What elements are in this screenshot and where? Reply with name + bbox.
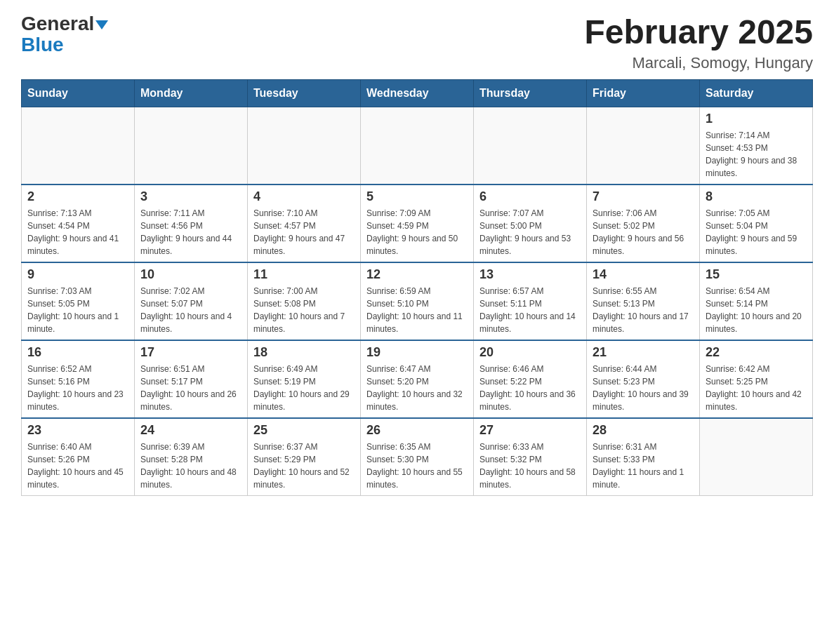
day-info: Sunrise: 6:59 AM Sunset: 5:10 PM Dayligh… bbox=[366, 285, 468, 335]
day-number: 9 bbox=[27, 267, 128, 282]
calendar-cell: 27Sunrise: 6:33 AM Sunset: 5:32 PM Dayli… bbox=[474, 418, 587, 496]
calendar-cell: 5Sunrise: 7:09 AM Sunset: 4:59 PM Daylig… bbox=[361, 185, 474, 262]
day-info: Sunrise: 6:46 AM Sunset: 5:22 PM Dayligh… bbox=[479, 363, 581, 413]
calendar-cell: 7Sunrise: 7:06 AM Sunset: 5:02 PM Daylig… bbox=[587, 185, 700, 262]
calendar-cell bbox=[248, 107, 361, 185]
day-number: 19 bbox=[366, 345, 468, 360]
calendar-cell bbox=[700, 418, 813, 496]
calendar-cell bbox=[474, 107, 587, 185]
weekday-header-saturday: Saturday bbox=[700, 79, 813, 107]
calendar-cell: 28Sunrise: 6:31 AM Sunset: 5:33 PM Dayli… bbox=[587, 418, 700, 496]
day-info: Sunrise: 7:13 AM Sunset: 4:54 PM Dayligh… bbox=[27, 207, 128, 257]
day-info: Sunrise: 7:09 AM Sunset: 4:59 PM Dayligh… bbox=[366, 207, 468, 257]
calendar-cell: 9Sunrise: 7:03 AM Sunset: 5:05 PM Daylig… bbox=[22, 262, 135, 340]
weekday-header-row: SundayMondayTuesdayWednesdayThursdayFrid… bbox=[22, 79, 813, 107]
day-number: 10 bbox=[140, 267, 241, 282]
calendar-cell: 21Sunrise: 6:44 AM Sunset: 5:23 PM Dayli… bbox=[587, 340, 700, 418]
week-row-5: 23Sunrise: 6:40 AM Sunset: 5:26 PM Dayli… bbox=[22, 418, 813, 496]
calendar-cell: 15Sunrise: 6:54 AM Sunset: 5:14 PM Dayli… bbox=[700, 262, 813, 340]
day-info: Sunrise: 6:42 AM Sunset: 5:25 PM Dayligh… bbox=[706, 363, 807, 413]
day-number: 2 bbox=[27, 189, 128, 204]
day-info: Sunrise: 6:39 AM Sunset: 5:28 PM Dayligh… bbox=[140, 441, 241, 491]
calendar-cell bbox=[22, 107, 135, 185]
day-number: 11 bbox=[253, 267, 355, 282]
day-info: Sunrise: 6:33 AM Sunset: 5:32 PM Dayligh… bbox=[479, 441, 581, 491]
calendar-cell bbox=[135, 107, 248, 185]
calendar-cell: 4Sunrise: 7:10 AM Sunset: 4:57 PM Daylig… bbox=[248, 185, 361, 262]
day-info: Sunrise: 7:06 AM Sunset: 5:02 PM Dayligh… bbox=[593, 207, 694, 257]
day-info: Sunrise: 6:44 AM Sunset: 5:23 PM Dayligh… bbox=[593, 363, 694, 413]
day-number: 20 bbox=[479, 345, 581, 360]
calendar-cell: 1Sunrise: 7:14 AM Sunset: 4:53 PM Daylig… bbox=[700, 107, 813, 185]
day-number: 7 bbox=[593, 189, 694, 204]
day-info: Sunrise: 7:11 AM Sunset: 4:56 PM Dayligh… bbox=[140, 207, 241, 257]
page-header: General Blue February 2025 Marcali, Somo… bbox=[21, 14, 813, 72]
day-number: 22 bbox=[706, 345, 807, 360]
day-info: Sunrise: 6:57 AM Sunset: 5:11 PM Dayligh… bbox=[479, 285, 581, 335]
day-info: Sunrise: 6:40 AM Sunset: 5:26 PM Dayligh… bbox=[27, 441, 128, 491]
day-number: 8 bbox=[706, 189, 807, 204]
day-info: Sunrise: 7:14 AM Sunset: 4:53 PM Dayligh… bbox=[706, 129, 807, 180]
day-info: Sunrise: 6:31 AM Sunset: 5:33 PM Dayligh… bbox=[593, 441, 694, 491]
day-number: 13 bbox=[479, 267, 581, 282]
day-info: Sunrise: 6:37 AM Sunset: 5:29 PM Dayligh… bbox=[253, 441, 355, 491]
weekday-header-monday: Monday bbox=[135, 79, 248, 107]
weekday-header-sunday: Sunday bbox=[22, 79, 135, 107]
calendar-cell: 22Sunrise: 6:42 AM Sunset: 5:25 PM Dayli… bbox=[700, 340, 813, 418]
calendar-cell bbox=[587, 107, 700, 185]
weekday-header-friday: Friday bbox=[587, 79, 700, 107]
day-number: 26 bbox=[366, 423, 468, 438]
day-number: 24 bbox=[140, 423, 241, 438]
calendar-cell: 26Sunrise: 6:35 AM Sunset: 5:30 PM Dayli… bbox=[361, 418, 474, 496]
calendar-cell: 23Sunrise: 6:40 AM Sunset: 5:26 PM Dayli… bbox=[22, 418, 135, 496]
calendar-cell: 12Sunrise: 6:59 AM Sunset: 5:10 PM Dayli… bbox=[361, 262, 474, 340]
weekday-header-wednesday: Wednesday bbox=[361, 79, 474, 107]
calendar-cell: 17Sunrise: 6:51 AM Sunset: 5:17 PM Dayli… bbox=[135, 340, 248, 418]
logo-general-text: General bbox=[21, 14, 94, 34]
calendar-cell bbox=[361, 107, 474, 185]
calendar-cell: 2Sunrise: 7:13 AM Sunset: 4:54 PM Daylig… bbox=[22, 185, 135, 262]
weekday-header-tuesday: Tuesday bbox=[248, 79, 361, 107]
day-info: Sunrise: 7:03 AM Sunset: 5:05 PM Dayligh… bbox=[27, 285, 128, 335]
day-info: Sunrise: 6:54 AM Sunset: 5:14 PM Dayligh… bbox=[706, 285, 807, 335]
calendar-cell: 6Sunrise: 7:07 AM Sunset: 5:00 PM Daylig… bbox=[474, 185, 587, 262]
day-number: 1 bbox=[706, 112, 807, 126]
calendar-cell: 16Sunrise: 6:52 AM Sunset: 5:16 PM Dayli… bbox=[22, 340, 135, 418]
calendar-cell: 10Sunrise: 7:02 AM Sunset: 5:07 PM Dayli… bbox=[135, 262, 248, 340]
day-info: Sunrise: 6:52 AM Sunset: 5:16 PM Dayligh… bbox=[27, 363, 128, 413]
day-info: Sunrise: 6:47 AM Sunset: 5:20 PM Dayligh… bbox=[366, 363, 468, 413]
logo-triangle-icon bbox=[95, 20, 108, 29]
week-row-1: 1Sunrise: 7:14 AM Sunset: 4:53 PM Daylig… bbox=[22, 107, 813, 185]
day-info: Sunrise: 6:55 AM Sunset: 5:13 PM Dayligh… bbox=[593, 285, 694, 335]
calendar-cell: 8Sunrise: 7:05 AM Sunset: 5:04 PM Daylig… bbox=[700, 185, 813, 262]
day-number: 6 bbox=[479, 189, 581, 204]
day-number: 28 bbox=[593, 423, 694, 438]
month-title: February 2025 bbox=[584, 14, 813, 51]
day-info: Sunrise: 7:00 AM Sunset: 5:08 PM Dayligh… bbox=[253, 285, 355, 335]
calendar-cell: 20Sunrise: 6:46 AM Sunset: 5:22 PM Dayli… bbox=[474, 340, 587, 418]
location-title: Marcali, Somogy, Hungary bbox=[584, 54, 813, 72]
day-number: 17 bbox=[140, 345, 241, 360]
day-number: 15 bbox=[706, 267, 807, 282]
calendar-cell: 11Sunrise: 7:00 AM Sunset: 5:08 PM Dayli… bbox=[248, 262, 361, 340]
calendar-cell: 13Sunrise: 6:57 AM Sunset: 5:11 PM Dayli… bbox=[474, 262, 587, 340]
day-info: Sunrise: 6:49 AM Sunset: 5:19 PM Dayligh… bbox=[253, 363, 355, 413]
day-number: 23 bbox=[27, 423, 128, 438]
calendar-cell: 3Sunrise: 7:11 AM Sunset: 4:56 PM Daylig… bbox=[135, 185, 248, 262]
day-info: Sunrise: 6:51 AM Sunset: 5:17 PM Dayligh… bbox=[140, 363, 241, 413]
day-number: 12 bbox=[366, 267, 468, 282]
title-section: February 2025 Marcali, Somogy, Hungary bbox=[584, 14, 813, 72]
day-number: 21 bbox=[593, 345, 694, 360]
day-number: 4 bbox=[253, 189, 355, 204]
week-row-2: 2Sunrise: 7:13 AM Sunset: 4:54 PM Daylig… bbox=[22, 185, 813, 262]
logo: General Blue bbox=[21, 14, 108, 56]
day-number: 16 bbox=[27, 345, 128, 360]
day-info: Sunrise: 6:35 AM Sunset: 5:30 PM Dayligh… bbox=[366, 441, 468, 491]
day-info: Sunrise: 7:10 AM Sunset: 4:57 PM Dayligh… bbox=[253, 207, 355, 257]
calendar-cell: 14Sunrise: 6:55 AM Sunset: 5:13 PM Dayli… bbox=[587, 262, 700, 340]
week-row-3: 9Sunrise: 7:03 AM Sunset: 5:05 PM Daylig… bbox=[22, 262, 813, 340]
day-number: 14 bbox=[593, 267, 694, 282]
day-info: Sunrise: 7:05 AM Sunset: 5:04 PM Dayligh… bbox=[706, 207, 807, 257]
week-row-4: 16Sunrise: 6:52 AM Sunset: 5:16 PM Dayli… bbox=[22, 340, 813, 418]
day-number: 18 bbox=[253, 345, 355, 360]
